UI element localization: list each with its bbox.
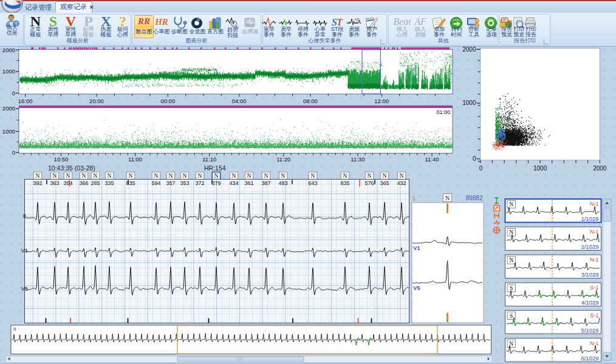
svg-text:16:00: 16:00: [18, 98, 33, 104]
svg-text:2000: 2000: [593, 165, 607, 172]
svg-text:89882: 89882: [466, 195, 483, 201]
svg-text:1000: 1000: [462, 99, 476, 106]
svg-text:1: 1: [412, 195, 416, 201]
svg-text:0: 0: [12, 149, 15, 156]
svg-text:AF: AF: [354, 17, 360, 22]
svg-text:0: 0: [479, 165, 483, 172]
svg-text:576: 576: [364, 180, 374, 186]
svg-text:N-1: N-1: [590, 201, 599, 207]
svg-text:366: 366: [79, 180, 88, 186]
svg-text:N: N: [232, 173, 236, 179]
svg-text:V1: V1: [21, 247, 28, 254]
svg-text:6/1029: 6/1029: [581, 355, 598, 362]
svg-text:2000: 2000: [462, 47, 476, 53]
svg-text:N: N: [311, 173, 315, 179]
svg-text:N: N: [94, 173, 98, 179]
svg-text:01:00: 01:00: [436, 109, 450, 115]
svg-text:1000: 1000: [533, 165, 547, 172]
svg-text:10:43:35 (03-28): 10:43:35 (03-28): [48, 164, 95, 172]
svg-text:12:00: 12:00: [374, 98, 389, 104]
svg-text:N: N: [400, 173, 404, 179]
svg-text:11:10: 11:10: [202, 156, 216, 163]
svg-text:363: 363: [50, 180, 59, 186]
svg-text:N: N: [169, 173, 173, 179]
svg-text:V1: V1: [413, 244, 420, 251]
svg-text:11:30: 11:30: [351, 156, 364, 163]
svg-text:N: N: [183, 173, 187, 179]
svg-text:N: N: [343, 173, 347, 179]
svg-text:N-1: N-1: [590, 229, 599, 235]
svg-text:N: N: [247, 173, 252, 179]
svg-text:N: N: [445, 195, 450, 201]
svg-text:S: S: [510, 285, 513, 291]
svg-text:1/1029: 1/1029: [581, 215, 598, 222]
svg-text:N: N: [82, 173, 86, 179]
svg-text:1000: 1000: [2, 128, 15, 135]
svg-text:N-1: N-1: [590, 340, 599, 346]
svg-text:4/1029: 4/1029: [581, 299, 598, 306]
svg-text:365: 365: [380, 180, 389, 186]
svg-text:S-1: S-1: [590, 285, 598, 291]
svg-text:372: 372: [195, 180, 204, 186]
svg-text:594: 594: [151, 180, 160, 186]
svg-text:N-1: N-1: [590, 257, 599, 263]
svg-text:432: 432: [397, 180, 406, 186]
svg-text:335: 335: [104, 180, 114, 186]
svg-text:2000: 2000: [2, 105, 15, 112]
svg-text:N: N: [53, 173, 57, 179]
svg-text:2/1029: 2/1029: [581, 243, 598, 250]
svg-text:11:20: 11:20: [276, 156, 290, 163]
svg-text:N: N: [264, 173, 269, 179]
svg-text:S: S: [510, 313, 513, 319]
svg-text:N: N: [281, 173, 286, 179]
svg-text:N: N: [509, 257, 513, 263]
svg-text:11:40: 11:40: [425, 156, 439, 163]
svg-text:00:00: 00:00: [160, 98, 175, 104]
svg-text:N: N: [509, 229, 513, 235]
svg-text:10:50: 10:50: [54, 156, 69, 163]
svg-text:08:00: 08:00: [303, 98, 318, 104]
svg-text:835: 835: [126, 180, 135, 186]
svg-text:361: 361: [244, 180, 253, 186]
svg-text:Pace: Pace: [246, 23, 254, 27]
svg-text:0: 0: [12, 90, 15, 96]
svg-text:V5: V5: [413, 285, 420, 291]
svg-text:N: N: [509, 341, 513, 347]
svg-text:N: N: [509, 201, 513, 207]
svg-text:387: 387: [261, 180, 270, 186]
svg-text:HR:154: HR:154: [204, 164, 226, 172]
svg-text:643: 643: [308, 180, 317, 186]
svg-text:2000: 2000: [2, 47, 15, 53]
svg-text:N: N: [368, 173, 372, 179]
svg-text:N: N: [383, 173, 387, 179]
svg-text:3/1029: 3/1029: [581, 271, 598, 278]
svg-text:357: 357: [166, 180, 175, 186]
svg-text:0: 0: [473, 155, 476, 162]
svg-text:N: N: [66, 173, 70, 179]
svg-text:835: 835: [340, 180, 349, 186]
svg-text:483: 483: [278, 180, 287, 186]
svg-text:N: N: [198, 173, 202, 179]
svg-text:V5: V5: [21, 285, 28, 292]
svg-text:S-1: S-1: [590, 312, 598, 318]
svg-text:N: N: [154, 173, 159, 179]
svg-text:20:00: 20:00: [89, 98, 104, 104]
svg-text:353: 353: [180, 180, 189, 186]
svg-text:N: N: [129, 173, 133, 179]
svg-text:379: 379: [211, 180, 221, 186]
svg-text:04:00: 04:00: [232, 98, 247, 104]
svg-text:N: N: [108, 173, 112, 179]
svg-text:354: 354: [63, 180, 72, 186]
svg-text:II: II: [13, 326, 16, 332]
svg-text:N: N: [36, 173, 40, 179]
svg-text:N: N: [214, 173, 219, 179]
svg-text:5/1029: 5/1029: [581, 327, 598, 334]
svg-text:392: 392: [33, 180, 42, 186]
svg-text:11:00: 11:00: [128, 156, 142, 163]
svg-text:285: 285: [91, 180, 100, 186]
svg-text:434: 434: [229, 180, 238, 186]
svg-text:1000: 1000: [2, 68, 15, 75]
